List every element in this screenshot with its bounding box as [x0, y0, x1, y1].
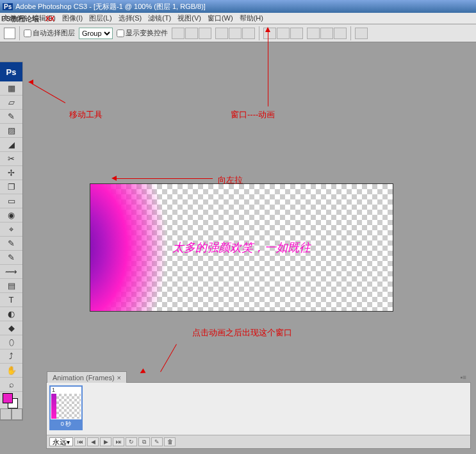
tool-marquee[interactable]: ▱: [0, 96, 22, 110]
animation-tab[interactable]: Animation (Frames)×: [47, 371, 127, 383]
window-title: Adobe Photoshop CS3 - [无标题-1 @ 100% (图层 …: [15, 2, 206, 12]
canvas[interactable]: 太多的强颜欢笑，一如既往: [90, 183, 393, 312]
tool-shape[interactable]: ◆: [0, 321, 22, 335]
tool-move[interactable]: ▦: [0, 81, 22, 96]
tool-path[interactable]: ◐: [0, 307, 22, 321]
app-icon: Ps: [3, 3, 13, 10]
group-select[interactable]: Group: [79, 28, 113, 39]
tool-stamp[interactable]: ▭: [0, 194, 22, 208]
color-swatch[interactable]: [0, 392, 22, 408]
align-buttons[interactable]: [172, 28, 211, 39]
new-frame-button[interactable]: ✎: [151, 437, 163, 446]
menu-select[interactable]: 选择(S): [119, 13, 142, 23]
tool-blur[interactable]: ✎: [0, 251, 22, 265]
close-icon[interactable]: ×: [117, 374, 121, 382]
tool-pen[interactable]: ▤: [0, 279, 22, 293]
menu-image[interactable]: 图像(I): [62, 13, 83, 23]
play-button[interactable]: ▶: [100, 437, 111, 446]
watermark: PS教程论坛XX: [1, 13, 61, 24]
menu-layer[interactable]: 图层(L): [89, 13, 111, 23]
distribute-buttons-2[interactable]: [307, 28, 347, 39]
tool-heal[interactable]: ✢: [0, 166, 22, 180]
auto-select-checkbox[interactable]: 自动选择图层: [24, 28, 75, 38]
quickmask[interactable]: [0, 408, 22, 420]
animation-panel: Animation (Frames)× ▪≡ 1 0 秒 永远 ▾ ⏮ ◀ ▶ …: [46, 382, 471, 449]
arrange-button[interactable]: [355, 28, 368, 39]
tool-wand[interactable]: ▨: [0, 124, 22, 138]
ps-logo: Ps: [0, 62, 22, 81]
tool-eyedrop[interactable]: ⤴: [0, 349, 22, 364]
canvas-text: 太多的强颜欢笑，一如既往: [90, 240, 393, 255]
menu-help[interactable]: 帮助(H): [240, 13, 263, 23]
transform-checkbox[interactable]: 显示变换控件: [117, 28, 168, 38]
tool-gradient[interactable]: ✎: [0, 237, 22, 251]
loop-select[interactable]: 永远 ▾: [49, 437, 73, 446]
tool-slice[interactable]: ✂: [0, 152, 22, 166]
menu-filter[interactable]: 滤镜(T): [148, 13, 171, 23]
tool-history[interactable]: ◉: [0, 208, 22, 223]
menu-view[interactable]: 视图(V): [177, 13, 201, 23]
workspace: Ps ▦ ▱ ✎ ▨ ◢ ✂ ✢ ❐ ▭ ◉ ⌖ ✎ ✎ ⟿ ▤ T ◐ ◆ ⬯…: [0, 42, 476, 454]
delete-button[interactable]: 🗑: [164, 437, 176, 446]
tool-brush[interactable]: ❐: [0, 180, 22, 194]
distribute-buttons[interactable]: [263, 28, 303, 39]
frame-1[interactable]: 1 0 秒: [49, 385, 83, 430]
tool-type[interactable]: T: [0, 293, 22, 307]
tool-lasso[interactable]: ✎: [0, 110, 22, 124]
first-frame-button[interactable]: ⏮: [74, 437, 86, 446]
toolbox: Ps ▦ ▱ ✎ ▨ ◢ ✂ ✢ ❐ ▭ ◉ ⌖ ✎ ✎ ⟿ ▤ T ◐ ◆ ⬯…: [0, 62, 23, 421]
animation-controls: 永远 ▾ ⏮ ◀ ▶ ⏭ ↻ ⧉ ✎ 🗑: [47, 435, 470, 448]
prev-frame-button[interactable]: ◀: [87, 437, 99, 446]
menu-bar: PS教程论坛XX 文件(F) 编辑(E) 图像(I) 图层(L) 选择(S) 滤…: [0, 13, 476, 24]
title-bar: Ps Adobe Photoshop CS3 - [无标题-1 @ 100% (…: [0, 0, 476, 13]
align-buttons-2[interactable]: [215, 28, 255, 39]
panel-menu-icon[interactable]: ▪≡: [461, 374, 466, 381]
duplicate-button[interactable]: ⧉: [138, 437, 150, 446]
tool-dodge[interactable]: ⟿: [0, 265, 22, 279]
tool-hand[interactable]: ✋: [0, 364, 22, 378]
fg-color[interactable]: [3, 393, 13, 403]
animation-frames: 1 0 秒: [47, 383, 470, 435]
tool-eraser[interactable]: ⌖: [0, 223, 22, 237]
tween-button[interactable]: ↻: [126, 437, 137, 446]
move-tool-icon[interactable]: [4, 28, 15, 39]
frame-thumb: [51, 394, 81, 419]
tool-crop[interactable]: ◢: [0, 138, 22, 152]
tool-notes[interactable]: ⬯: [0, 335, 22, 349]
options-bar: 自动选择图层 Group 显示变换控件: [0, 24, 476, 42]
tool-zoom[interactable]: ⌕: [0, 378, 22, 392]
menu-window[interactable]: 窗口(W): [208, 13, 233, 23]
next-frame-button[interactable]: ⏭: [113, 437, 124, 446]
